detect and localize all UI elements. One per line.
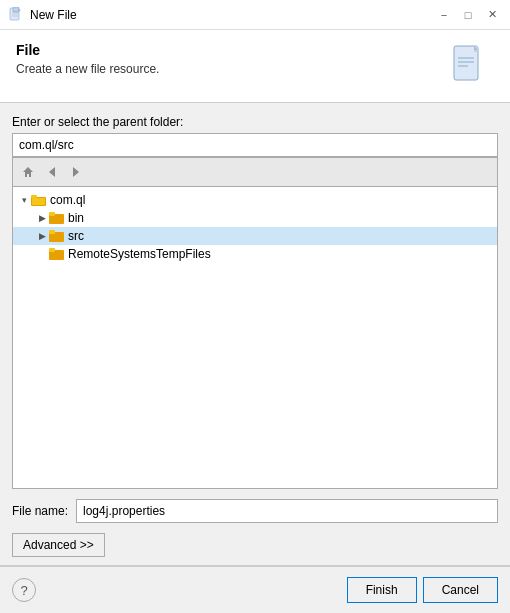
- tree-item-comql[interactable]: ▾ com.ql: [13, 191, 497, 209]
- expand-comql[interactable]: ▾: [17, 193, 31, 207]
- title-bar-controls: − □ ✕: [434, 5, 502, 25]
- svg-rect-17: [32, 198, 45, 205]
- minimize-button[interactable]: −: [434, 5, 454, 25]
- content-area: Enter or select the parent folder:: [0, 103, 510, 566]
- svg-rect-16: [31, 195, 37, 198]
- finish-button[interactable]: Finish: [347, 577, 417, 603]
- folder-remote-icon: [49, 247, 65, 261]
- folder-toolbar: [12, 157, 498, 186]
- advanced-section: Advanced >>: [12, 529, 498, 565]
- maximize-button[interactable]: □: [458, 5, 478, 25]
- header-title: File: [16, 42, 159, 58]
- filename-label: File name:: [12, 504, 68, 518]
- tree-label-bin: bin: [68, 211, 84, 225]
- filename-input[interactable]: [76, 499, 498, 523]
- tree-label-remote: RemoteSystemsTempFiles: [68, 247, 211, 261]
- svg-marker-12: [23, 167, 33, 177]
- help-button[interactable]: ?: [12, 578, 36, 602]
- folder-label: Enter or select the parent folder:: [12, 115, 498, 129]
- app-icon: [8, 7, 24, 23]
- folder-src-icon: [49, 229, 65, 243]
- footer-actions: Finish Cancel: [347, 577, 498, 603]
- home-button[interactable]: [17, 161, 39, 183]
- footer: ? Finish Cancel: [0, 566, 510, 613]
- svg-rect-21: [49, 230, 55, 234]
- title-bar: New File − □ ✕: [0, 0, 510, 30]
- back-button[interactable]: [41, 161, 63, 183]
- svg-rect-23: [49, 248, 55, 252]
- filename-section: File name:: [12, 489, 498, 529]
- header-section: File Create a new file resource.: [0, 30, 510, 103]
- folder-open-icon: [31, 193, 47, 207]
- header-subtitle: Create a new file resource.: [16, 62, 159, 76]
- svg-marker-13: [49, 167, 55, 177]
- svg-marker-14: [73, 167, 79, 177]
- cancel-button[interactable]: Cancel: [423, 577, 498, 603]
- close-button[interactable]: ✕: [482, 5, 502, 25]
- dialog-body: File Create a new file resource. Enter o…: [0, 30, 510, 613]
- expand-bin[interactable]: ▶: [35, 211, 49, 225]
- folder-tree[interactable]: ▾ com.ql ▶ bin ▶: [12, 186, 498, 489]
- folder-bin-icon: [49, 211, 65, 225]
- advanced-button[interactable]: Advanced >>: [12, 533, 105, 557]
- header-text: File Create a new file resource.: [16, 42, 159, 76]
- forward-button[interactable]: [65, 161, 87, 183]
- title-bar-text: New File: [30, 8, 434, 22]
- svg-rect-19: [49, 212, 55, 216]
- tree-item-bin[interactable]: ▶ bin: [13, 209, 497, 227]
- folder-path-input[interactable]: [12, 133, 498, 157]
- tree-label-comql: com.ql: [50, 193, 85, 207]
- tree-item-remote[interactable]: ▶ RemoteSystemsTempFiles: [13, 245, 497, 263]
- tree-item-src[interactable]: ▶ src: [13, 227, 497, 245]
- file-icon: [446, 42, 494, 90]
- tree-label-src: src: [68, 229, 84, 243]
- expand-src[interactable]: ▶: [35, 229, 49, 243]
